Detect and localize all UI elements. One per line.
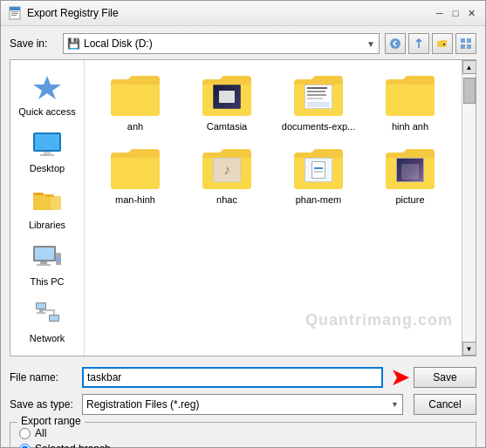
sidebar-item-desktop[interactable]: Desktop bbox=[12, 124, 82, 179]
save-in-value: Local Disk (D:) bbox=[84, 37, 363, 50]
export-range-section: Export range All Selected branch bbox=[10, 422, 476, 448]
dialog-icon bbox=[8, 6, 22, 20]
maximize-button[interactable]: □ bbox=[448, 6, 462, 20]
svg-rect-4 bbox=[11, 15, 17, 16]
scroll-down-button[interactable]: ▼ bbox=[462, 342, 476, 356]
title-bar: Export Registry File ─ □ ✕ bbox=[1, 1, 485, 26]
svg-rect-32 bbox=[41, 309, 53, 311]
svg-rect-7 bbox=[467, 38, 471, 43]
folder-icon bbox=[109, 72, 161, 118]
save-in-row: Save in: 💾 Local Disk (D:) ▼ bbox=[10, 33, 476, 54]
folder-icon bbox=[109, 146, 161, 191]
selected-branch-radio[interactable] bbox=[19, 444, 31, 449]
filetype-value: Registration Files (*.reg) bbox=[86, 398, 199, 411]
sidebar-item-this-pc[interactable]: This PC bbox=[12, 237, 82, 292]
svg-rect-6 bbox=[461, 38, 465, 43]
quick-access-label: Quick access bbox=[18, 106, 75, 117]
scrollbar-track bbox=[463, 74, 476, 342]
watermark: Quantrimang.com bbox=[305, 311, 453, 329]
svg-rect-18 bbox=[45, 194, 54, 197]
file-name: picture bbox=[395, 194, 424, 205]
svg-rect-30 bbox=[50, 316, 58, 321]
filename-label: File name: bbox=[10, 371, 75, 384]
svg-rect-9 bbox=[467, 44, 471, 49]
network-label: Network bbox=[30, 333, 65, 343]
file-name: Camtasia bbox=[207, 121, 247, 132]
svg-rect-14 bbox=[40, 154, 54, 156]
views-button[interactable] bbox=[455, 33, 476, 54]
sidebar-item-network[interactable]: Network bbox=[12, 294, 82, 349]
toolbar-nav-buttons bbox=[385, 33, 476, 54]
sidebar-item-quick-access[interactable]: Quick access bbox=[12, 67, 82, 122]
cancel-button[interactable]: Cancel bbox=[414, 394, 476, 415]
libraries-label: Libraries bbox=[29, 220, 65, 230]
list-item[interactable]: picture bbox=[366, 140, 454, 210]
list-item[interactable]: Camtasia bbox=[183, 67, 270, 137]
network-icon bbox=[31, 299, 63, 330]
folder-icon bbox=[384, 72, 436, 118]
combo-arrow-icon: ▼ bbox=[366, 39, 375, 49]
svg-marker-10 bbox=[33, 76, 61, 99]
svg-rect-26 bbox=[37, 303, 45, 309]
svg-rect-17 bbox=[45, 196, 61, 210]
scrollbar[interactable]: ▲ ▼ bbox=[462, 60, 476, 356]
filename-input[interactable] bbox=[82, 367, 383, 388]
file-name: man-hinh bbox=[115, 194, 155, 205]
list-item[interactable]: anh bbox=[92, 67, 179, 137]
save-button[interactable]: Save bbox=[414, 367, 476, 388]
dialog-title: Export Registry File bbox=[27, 7, 119, 19]
svg-point-5 bbox=[390, 38, 400, 49]
svg-rect-13 bbox=[44, 152, 51, 154]
save-in-label: Save in: bbox=[10, 37, 58, 50]
filetype-combo[interactable]: Registration Files (*.reg) ▼ bbox=[82, 394, 403, 415]
svg-rect-2 bbox=[11, 11, 18, 12]
folder-with-thumbnail bbox=[292, 146, 345, 191]
all-radio-label: All bbox=[35, 427, 46, 439]
list-item[interactable]: phan-mem bbox=[275, 140, 362, 210]
list-item[interactable]: ♪ nhac bbox=[183, 140, 270, 210]
arrow-indicator-icon: ➤ bbox=[390, 365, 410, 390]
scrollbar-thumb[interactable] bbox=[463, 78, 476, 104]
svg-rect-28 bbox=[37, 312, 45, 314]
desktop-icon bbox=[31, 129, 63, 160]
svg-rect-1 bbox=[10, 7, 20, 10]
save-in-combo[interactable]: 💾 Local Disk (D:) ▼ bbox=[63, 33, 380, 54]
svg-rect-16 bbox=[33, 193, 44, 195]
filetype-arrow-icon: ▼ bbox=[391, 400, 399, 409]
file-name: hinh anh bbox=[392, 121, 428, 132]
this-pc-label: This PC bbox=[30, 276, 64, 287]
svg-rect-21 bbox=[40, 261, 47, 264]
thumbnail bbox=[213, 85, 241, 109]
new-folder-button[interactable] bbox=[432, 33, 453, 54]
filetype-row: Save as type: Registration Files (*.reg)… bbox=[10, 394, 476, 415]
quick-access-icon bbox=[31, 72, 63, 104]
svg-rect-22 bbox=[37, 264, 51, 266]
bottom-section: File name: ➤ Save Save as type: Registra… bbox=[10, 362, 476, 415]
file-grid: anh bbox=[85, 60, 462, 356]
scroll-up-button[interactable]: ▲ bbox=[462, 60, 476, 74]
main-file-area: Quick access Desktop bbox=[10, 59, 476, 356]
filename-row: File name: ➤ Save bbox=[10, 365, 476, 390]
dialog-body: Save in: 💾 Local Disk (D:) ▼ bbox=[1, 26, 485, 448]
sidebar-item-libraries[interactable]: Libraries bbox=[12, 180, 82, 235]
svg-rect-3 bbox=[11, 13, 18, 14]
svg-rect-12 bbox=[35, 134, 59, 150]
file-name: documents-exp... bbox=[282, 121, 355, 132]
back-icon bbox=[389, 37, 401, 50]
up-icon bbox=[413, 37, 425, 50]
list-item[interactable]: man-hinh bbox=[92, 140, 179, 210]
selected-radio-row: Selected branch bbox=[19, 443, 467, 448]
close-button[interactable]: ✕ bbox=[464, 6, 478, 20]
up-button[interactable] bbox=[408, 33, 429, 54]
list-item[interactable]: hinh anh bbox=[366, 67, 454, 137]
thumbnail: ♪ bbox=[213, 158, 241, 182]
back-button[interactable] bbox=[385, 33, 406, 54]
file-name: anh bbox=[127, 121, 143, 132]
all-radio[interactable] bbox=[19, 428, 31, 439]
list-item[interactable]: documents-exp... bbox=[275, 67, 362, 137]
file-name: nhac bbox=[216, 194, 237, 205]
export-range-title: Export range bbox=[17, 415, 85, 427]
thumbnail bbox=[396, 158, 424, 182]
minimize-button[interactable]: ─ bbox=[433, 6, 447, 20]
svg-rect-31 bbox=[53, 309, 55, 315]
